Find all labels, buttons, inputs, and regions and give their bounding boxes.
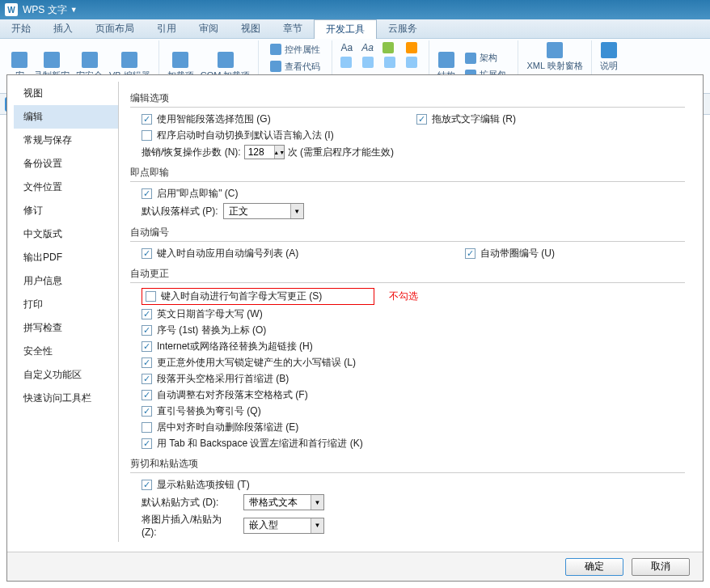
title-dropdown-icon[interactable]: ▼ <box>70 6 78 14</box>
default-paste-combo[interactable]: 带格式文本▼ <box>243 494 324 510</box>
options-pane: 编辑选项 使用智能段落选择范围 (G) 拖放式文字编辑 (R) 程序启动时自动切… <box>119 82 696 542</box>
app-logo: W <box>5 3 18 16</box>
help-icon <box>601 42 617 58</box>
menu-3[interactable]: 引用 <box>146 19 188 39</box>
chk-capitalize[interactable] <box>146 291 156 302</box>
annotation-note: 不勾选 <box>389 290 418 303</box>
sidebar-item-6[interactable]: 中文版式 <box>14 222 118 246</box>
ribbon-view-code[interactable]: 查看代码 <box>267 59 323 74</box>
date-icon[interactable] <box>403 40 424 55</box>
sidebar-item-5[interactable]: 修订 <box>14 199 118 222</box>
tools-icon[interactable] <box>403 55 424 70</box>
sidebar-item-9[interactable]: 打印 <box>14 293 118 316</box>
chk-smart-quotes[interactable] <box>142 406 152 417</box>
chevron-down-icon: ▼ <box>311 495 323 510</box>
sidebar-item-10[interactable]: 拼写检查 <box>14 316 118 340</box>
text-icon2[interactable]: Aa <box>358 40 377 55</box>
chk-circled-number[interactable] <box>465 248 475 259</box>
chk-center-indent[interactable] <box>142 422 152 433</box>
ribbon-schema[interactable]: 架构 <box>462 50 509 66</box>
cancel-button[interactable]: 取消 <box>632 558 690 576</box>
chk-paste-btn[interactable] <box>142 480 152 490</box>
sidebar-item-2[interactable]: 常规与保存 <box>14 129 118 152</box>
menu-6[interactable]: 章节 <box>272 19 314 39</box>
sidebar-item-1[interactable]: 编辑 <box>14 105 118 129</box>
chevron-down-icon: ▼ <box>290 204 303 218</box>
ribbon-xml-pane[interactable]: XML 映射窗格 <box>523 40 585 74</box>
chk-ordinal[interactable] <box>142 325 152 336</box>
chk-weekday-cap[interactable] <box>142 309 152 319</box>
highlight-box: 键入时自动进行句首字母大写更正 (S) <box>142 288 374 305</box>
ribbon-control-props[interactable]: 控件属性 <box>267 42 323 57</box>
app-title-bar: W WPS 文字 ▼ <box>0 0 710 19</box>
sidebar-item-8[interactable]: 用户信息 <box>14 269 118 293</box>
default-style-combo[interactable]: 正文▼ <box>223 203 304 219</box>
chevron-down-icon: ▼ <box>311 518 323 533</box>
chk-drag-edit[interactable] <box>416 114 427 125</box>
chk-click-type[interactable] <box>142 188 152 199</box>
spinner-arrows-icon[interactable]: ▲▼ <box>274 146 284 159</box>
chk-trailing-space[interactable] <box>142 390 152 400</box>
chk-smart-select[interactable] <box>142 114 152 125</box>
menu-7[interactable]: 开发工具 <box>314 19 377 39</box>
menu-5[interactable]: 视图 <box>230 19 272 39</box>
sidebar-item-12[interactable]: 自定义功能区 <box>14 363 118 387</box>
sidebar-item-7[interactable]: 输出PDF <box>14 246 118 269</box>
sidebar-item-11[interactable]: 安全性 <box>14 340 118 363</box>
chk-hyperlink[interactable] <box>142 341 152 352</box>
section-click-type: 即点即输 <box>130 166 685 182</box>
options-dialog: 视图编辑常规与保存备份设置文件位置修订中文版式输出PDF用户信息打印拼写检查安全… <box>6 74 704 582</box>
chk-auto-number-list[interactable] <box>142 248 152 259</box>
grid-icon[interactable] <box>381 55 402 70</box>
menu-8[interactable]: 云服务 <box>377 19 429 39</box>
section-edit-options: 编辑选项 <box>130 91 685 108</box>
undo-steps-input[interactable]: 128▲▼ <box>244 145 285 159</box>
xml-icon <box>547 42 563 58</box>
dialog-footer: 确定 取消 <box>7 552 703 581</box>
text-icon[interactable]: Aa <box>337 40 356 55</box>
sidebar-item-0[interactable]: 视图 <box>14 82 118 105</box>
schema-icon <box>465 53 476 64</box>
sidebar-item-13[interactable]: 快速访问工具栏 <box>14 387 118 410</box>
structure-icon <box>438 52 454 68</box>
list-icon[interactable] <box>359 55 380 70</box>
section-auto-correct: 自动更正 <box>130 267 685 283</box>
sidebar-item-3[interactable]: 备份设置 <box>14 152 118 176</box>
app-title: WPS 文字 <box>23 3 67 17</box>
img-icon[interactable] <box>379 40 400 55</box>
section-auto-number: 自动编号 <box>130 226 685 242</box>
ok-button[interactable]: 确定 <box>565 558 623 576</box>
menu-bar: 开始插入页面布局引用审阅视图章节开发工具云服务 <box>0 19 710 39</box>
menu-0[interactable]: 开始 <box>0 19 42 39</box>
box-icon[interactable] <box>337 55 358 70</box>
img-paste-combo[interactable]: 嵌入型▼ <box>243 518 324 534</box>
chk-tab-backspace[interactable] <box>142 438 152 449</box>
chk-auto-ime[interactable] <box>142 130 152 141</box>
ribbon-help[interactable]: 说明 <box>597 40 621 74</box>
chk-caps-lock[interactable] <box>142 357 152 368</box>
menu-2[interactable]: 页面布局 <box>84 19 146 39</box>
section-clipboard: 剪切和粘贴选项 <box>130 457 685 473</box>
menu-4[interactable]: 审阅 <box>188 19 230 39</box>
code-icon <box>270 61 281 72</box>
sidebar-item-4[interactable]: 文件位置 <box>14 176 118 199</box>
props-icon <box>270 44 281 55</box>
options-sidebar: 视图编辑常规与保存备份设置文件位置修订中文版式输出PDF用户信息打印拼写检查安全… <box>14 82 119 542</box>
chk-first-indent[interactable] <box>142 374 152 384</box>
menu-1[interactable]: 插入 <box>42 19 84 39</box>
